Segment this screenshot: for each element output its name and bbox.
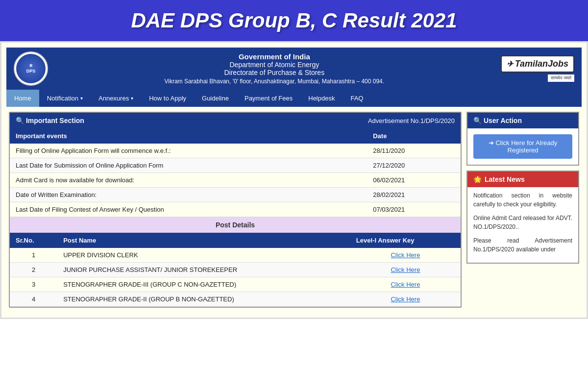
nav-guideline[interactable]: Guideline [194, 90, 237, 107]
event-name: Date of Written Examination: [10, 188, 367, 202]
right-sidebar: 🔍 User Action ➜ Click Here for Already R… [466, 112, 579, 308]
tamilan-logo-area: ✈ TamilanJobs सत्यमेव जयते [501, 55, 574, 82]
news-item: Please read Advertisement No.1/DPS/2020 … [473, 236, 572, 254]
answer-key-link[interactable]: Click Here [391, 281, 420, 288]
table-row: 2 JUNIOR PURCHASE ASSISTANT/ JUNIOR STOR… [10, 263, 461, 277]
news-star-icon: 🌟 [473, 175, 482, 183]
nav-home[interactable]: Home [6, 90, 39, 107]
post-srno: 3 [10, 277, 57, 292]
table-row: Last Date of Filing Contest of Answer Ke… [10, 202, 461, 217]
header-center: Government of India Department of Atomic… [48, 52, 501, 85]
chevron-down-icon: ▾ [131, 96, 133, 101]
answer-key-link[interactable]: Click Here [391, 295, 420, 303]
advertisement-number: Advertisement No.1/DPS/2020 [368, 117, 455, 124]
date-col-header: Date [367, 128, 461, 144]
posts-table: Sr.No. Post Name Level-I Answer Key 1 UP… [10, 233, 461, 307]
gov-line1: Government of India [58, 52, 491, 61]
event-date: 07/03/2021 [367, 202, 461, 217]
nav-how-to-apply[interactable]: How to Apply [141, 90, 194, 107]
nav-home-label: Home [14, 95, 31, 102]
news-item: Notification section in website carefull… [473, 191, 572, 209]
post-answer-key: Click Here [350, 292, 461, 307]
nav-guideline-label: Guideline [202, 95, 229, 102]
chevron-down-icon: ▾ [80, 96, 83, 101]
event-name: Last Date of Filing Contest of Answer Ke… [10, 202, 367, 217]
main-nav: Home Notification ▾ Annexures ▾ How to A… [6, 90, 582, 107]
answer-key-link[interactable]: Click Here [391, 251, 420, 259]
post-name: STENOGRAPHER GRADE-II (GROUP B NON-GAZET… [57, 292, 350, 307]
post-answer-key: Click Here [350, 263, 461, 277]
events-table: Important events Date Filling of Online … [10, 128, 461, 217]
nav-payment-of-fees[interactable]: Payment of Fees [237, 90, 300, 107]
post-name: STENOGRAPHER GRADE-III (GROUP C NON-GAZE… [57, 277, 350, 292]
bird-icon: ✈ [507, 59, 513, 69]
event-name: Last Date for Submission of Online Appli… [10, 158, 367, 173]
logo-area: ⚛DPS [14, 51, 48, 86]
latest-news-title: Latest News [485, 175, 525, 183]
content-wrapper: ⚛DPS Government of India Department of A… [0, 41, 588, 319]
user-action-header: 🔍 User Action [467, 113, 578, 128]
tamilan-label: TamilanJobs [515, 59, 568, 69]
nav-helpdesk[interactable]: Helpdesk [300, 90, 343, 107]
answer-key-link[interactable]: Click Here [391, 266, 420, 273]
user-action-body: ➜ Click Here for Already Registered [467, 128, 578, 165]
important-section-header: 🔍 Important Section Advertisement No.1/D… [10, 113, 461, 128]
post-details-header: Post Details [10, 217, 461, 233]
answerkey-col-header: Level-I Answer Key [350, 233, 461, 248]
news-item: Online Admit Card released for ADVT. NO.… [473, 214, 572, 231]
important-section-title: 🔍 Important Section [16, 117, 84, 124]
nav-payment-label: Payment of Fees [245, 95, 293, 102]
post-name: UPPER DIVISION CLERK [57, 248, 350, 263]
table-row: 1 UPPER DIVISION CLERK Click Here [10, 248, 461, 263]
logo-text: ⚛DPS [26, 63, 36, 74]
table-row: Date of Written Examination: 28/02/2021 [10, 188, 461, 202]
tamilan-jobs-logo: ✈ TamilanJobs [501, 55, 574, 73]
post-srno: 2 [10, 263, 57, 277]
already-registered-button[interactable]: ➜ Click Here for Already Registered [473, 134, 572, 159]
event-date: 27/12/2020 [367, 158, 461, 173]
table-row: 4 STENOGRAPHER GRADE-II (GROUP B NON-GAZ… [10, 292, 461, 307]
nav-helpdesk-label: Helpdesk [308, 95, 335, 102]
nav-annexures-label: Annexures [98, 95, 129, 102]
post-srno: 4 [10, 292, 57, 307]
event-date: 28/11/2020 [367, 144, 461, 158]
post-srno: 1 [10, 248, 57, 263]
important-section: 🔍 Important Section Advertisement No.1/D… [9, 112, 462, 308]
main-title: DAE DPS Group B, C Result 2021 [5, 9, 583, 32]
srno-col-header: Sr.No. [10, 233, 57, 248]
gov-line3: Directorate of Purchase & Stores [58, 69, 491, 76]
site-header: ⚛DPS Government of India Department of A… [6, 48, 582, 90]
event-date: 28/02/2021 [367, 188, 461, 202]
event-name: Admit Card is now available for download… [10, 173, 367, 188]
latest-news-box: 🌟 Latest News Notification section in we… [466, 171, 579, 264]
nav-notification-label: Notification [47, 95, 78, 102]
event-name: Filling of Online Application Form will … [10, 144, 367, 158]
postname-col-header: Post Name [57, 233, 350, 248]
main-title-bar: DAE DPS Group B, C Result 2021 [0, 0, 588, 41]
post-answer-key: Click Here [350, 248, 461, 263]
nav-notification[interactable]: Notification ▾ [39, 90, 91, 107]
latest-news-header: 🌟 Latest News [467, 172, 578, 187]
nav-annexures[interactable]: Annexures ▾ [91, 90, 141, 107]
nav-how-to-apply-label: How to Apply [149, 95, 186, 102]
event-date: 06/02/2021 [367, 173, 461, 188]
post-name: JUNIOR PURCHASE ASSISTANT/ JUNIOR STOREK… [57, 263, 350, 277]
gov-line2: Department of Atomic Energy [58, 61, 491, 69]
gov-line4: Vikram Sarabhai Bhavan, '0' floor, Anush… [58, 78, 491, 85]
post-answer-key: Click Here [350, 277, 461, 292]
table-row: Admit Card is now available for download… [10, 173, 461, 188]
latest-news-body: Notification section in website carefull… [467, 187, 578, 263]
satyamev-text: सत्यमेव जयते [548, 74, 574, 82]
table-row: 3 STENOGRAPHER GRADE-III (GROUP C NON-GA… [10, 277, 461, 292]
table-row: Filling of Online Application Form will … [10, 144, 461, 158]
logo-inner: ⚛DPS [16, 54, 46, 83]
table-row: Last Date for Submission of Online Appli… [10, 158, 461, 173]
events-col-header: Important events [10, 128, 367, 144]
nav-faq-label: FAQ [350, 95, 363, 102]
dps-logo: ⚛DPS [14, 51, 48, 86]
user-action-box: 🔍 User Action ➜ Click Here for Already R… [466, 112, 579, 166]
main-body: 🔍 Important Section Advertisement No.1/D… [6, 107, 582, 313]
nav-faq[interactable]: FAQ [343, 90, 371, 107]
